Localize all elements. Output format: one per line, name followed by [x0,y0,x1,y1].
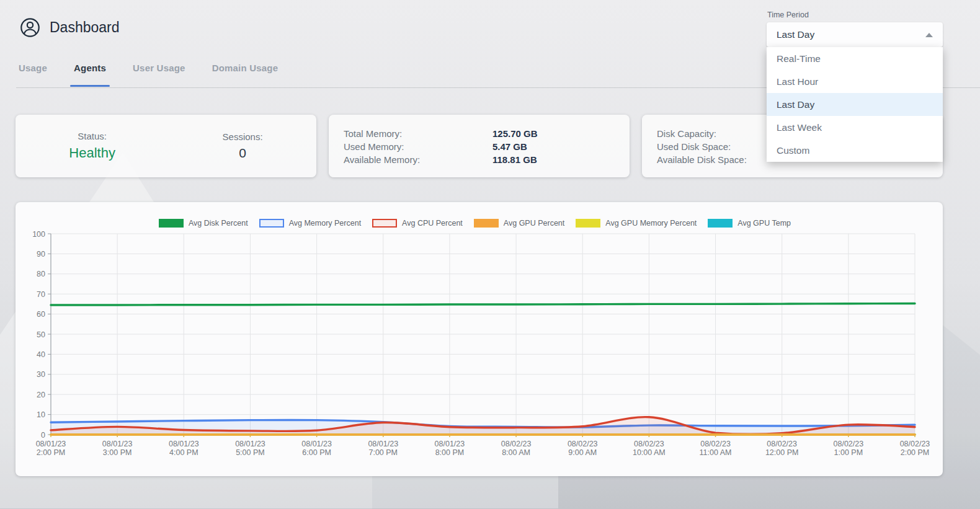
available-memory-value: 118.81 GB [492,154,537,165]
used-memory-label: Used Memory: [344,141,492,152]
svg-text:70: 70 [37,290,45,299]
user-avatar-icon [20,17,40,38]
svg-text:08/01/23: 08/01/23 [368,440,398,448]
page-title: Dashboard [50,19,120,36]
svg-text:20: 20 [37,391,45,399]
menu-item-last-day[interactable]: Last Day [767,93,943,116]
tab-agents[interactable]: Agents [74,63,106,87]
svg-text:90: 90 [37,250,45,259]
svg-text:2:00 PM: 2:00 PM [901,448,930,457]
chevron-up-icon [925,33,933,37]
total-memory-label: Total Memory: [344,128,492,139]
menu-item-last-hour[interactable]: Last Hour [767,70,943,93]
time-period-selected-value: Last Day [777,29,925,40]
status-value: Healthy [69,145,115,161]
svg-text:4:00 PM: 4:00 PM [169,448,198,457]
svg-text:3:00 PM: 3:00 PM [103,448,132,457]
status-block: Status: Healthy [69,131,115,161]
svg-text:50: 50 [37,330,45,339]
menu-item-custom[interactable]: Custom [767,139,943,162]
svg-text:08/02/23: 08/02/23 [501,440,532,448]
time-period-menu: Real-TimeLast HourLast DayLast WeekCusto… [767,47,943,162]
tab-usage[interactable]: Usage [19,63,47,87]
memory-row: Used Memory: 5.47 GB [344,140,630,153]
svg-text:08/01/23: 08/01/23 [301,440,332,448]
svg-text:0: 0 [41,431,45,440]
svg-text:11:00 AM: 11:00 AM [700,448,732,457]
svg-text:08/02/23: 08/02/23 [700,440,731,448]
svg-text:100: 100 [32,230,45,239]
svg-text:6:00 PM: 6:00 PM [302,448,331,457]
svg-text:40: 40 [37,350,45,359]
usage-line-chart: 010203040506070809010008/01/232:00 PM08/… [16,202,943,476]
memory-row: Available Memory: 118.81 GB [344,153,630,166]
svg-text:08/01/23: 08/01/23 [435,440,465,448]
status-label: Status: [69,131,115,141]
svg-text:08/01/23: 08/01/23 [235,440,265,448]
total-memory-value: 125.70 GB [492,128,538,139]
svg-text:9:00 AM: 9:00 AM [568,448,597,457]
svg-text:60: 60 [37,310,45,319]
svg-text:8:00 PM: 8:00 PM [435,448,465,457]
svg-text:08/02/23: 08/02/23 [834,440,864,448]
used-memory-value: 5.47 GB [492,141,527,152]
svg-text:30: 30 [37,370,45,379]
svg-text:7:00 PM: 7:00 PM [368,448,398,457]
tab-domain-usage[interactable]: Domain Usage [212,63,278,87]
svg-text:5:00 PM: 5:00 PM [236,448,265,457]
sessions-label: Sessions: [223,131,263,142]
svg-text:10: 10 [37,410,45,419]
chart-card: Avg Disk PercentAvg Memory PercentAvg CP… [16,202,943,476]
memory-row: Total Memory: 125.70 GB [344,127,630,140]
sessions-block: Sessions: 0 [223,131,263,161]
svg-text:08/02/23: 08/02/23 [568,440,598,448]
svg-text:1:00 PM: 1:00 PM [834,448,863,457]
svg-text:2:00 PM: 2:00 PM [37,448,66,457]
svg-text:80: 80 [37,270,45,278]
svg-text:08/02/23: 08/02/23 [767,440,797,448]
tab-user-usage[interactable]: User Usage [133,63,185,87]
svg-text:08/01/23: 08/01/23 [169,440,199,448]
svg-text:08/02/23: 08/02/23 [900,440,930,448]
menu-item-real-time[interactable]: Real-Time [767,47,943,70]
svg-text:8:00 AM: 8:00 AM [502,448,530,457]
sessions-value: 0 [223,146,263,161]
svg-text:08/01/23: 08/01/23 [36,440,66,448]
svg-text:10:00 AM: 10:00 AM [633,448,666,457]
available-memory-label: Available Memory: [344,154,492,165]
status-card: Status: Healthy Sessions: 0 [16,115,316,177]
time-period-label: Time Period [767,11,809,19]
memory-card: Total Memory: 125.70 GB Used Memory: 5.4… [329,115,630,177]
menu-item-last-week[interactable]: Last Week [767,116,943,139]
svg-text:08/02/23: 08/02/23 [634,440,664,448]
svg-text:08/01/23: 08/01/23 [102,440,133,448]
tab-bar: Usage Agents User Usage Domain Usage [19,63,278,87]
svg-text:12:00 PM: 12:00 PM [765,448,799,457]
time-period-select[interactable]: Last Day [767,22,943,47]
